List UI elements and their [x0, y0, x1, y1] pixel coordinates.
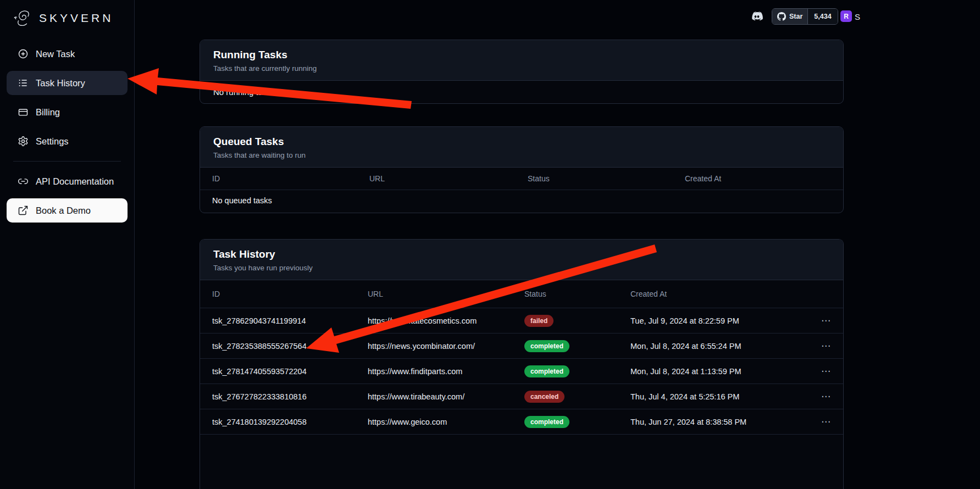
list-icon — [18, 77, 29, 88]
column-header-id: ID — [212, 290, 368, 298]
sidebar-item-task-history[interactable]: Task History — [7, 71, 128, 95]
table-row[interactable]: tsk_278235388555267564 https://news.ycom… — [200, 333, 843, 358]
table-row[interactable]: tsk_278147405593572204 https://www.findi… — [200, 358, 843, 384]
github-star-button[interactable]: Star 5,434 — [772, 8, 838, 25]
sidebar-item-label: API Documentation — [36, 176, 114, 187]
sidebar-divider — [13, 161, 121, 162]
task-created-at: Mon, Jul 8, 2024 at 1:13:59 PM — [630, 367, 809, 376]
table-row[interactable]: tsk_276727822333810816 https://www.tirab… — [200, 384, 843, 409]
column-header-status: Status — [528, 174, 685, 183]
queued-tasks-card: Queued Tasks Tasks that are waiting to r… — [200, 126, 844, 213]
github-star-label: Star — [789, 13, 802, 20]
table-row[interactable]: tsk_278629043741199914 https://www.tatec… — [200, 308, 843, 333]
gear-icon — [18, 136, 29, 147]
task-history-card: Task History Tasks you have run previous… — [200, 239, 844, 489]
status-badge: failed — [524, 315, 553, 327]
sidebar-item-settings[interactable]: Settings — [7, 129, 128, 153]
task-history-subtitle: Tasks you have run previously — [213, 264, 830, 272]
sidebar-nav: New Task Task History Billing Settings — [0, 38, 134, 223]
row-actions-button[interactable]: ⋯ — [809, 416, 831, 427]
queued-tasks-title: Queued Tasks — [213, 136, 830, 148]
row-actions-button[interactable]: ⋯ — [809, 391, 831, 402]
user-name: S — [855, 12, 860, 21]
brand[interactable]: SKYVERN — [0, 0, 134, 38]
task-history-title: Task History — [213, 248, 830, 260]
row-actions-button[interactable]: ⋯ — [809, 365, 831, 377]
github-star-count: 5,434 — [807, 9, 837, 24]
sidebar-item-book-a-demo[interactable]: Book a Demo — [7, 198, 128, 223]
task-created-at: Tue, Jul 9, 2024 at 8:22:59 PM — [630, 316, 809, 325]
sidebar-item-label: Settings — [36, 136, 69, 147]
task-history-header: Task History Tasks you have run previous… — [200, 240, 843, 280]
task-url: https://www.tatecosmetics.com — [368, 316, 524, 325]
user-avatar[interactable]: R — [840, 10, 852, 22]
status-badge: completed — [524, 365, 569, 377]
skyvern-logo-icon — [13, 8, 34, 29]
sidebar-item-api-documentation[interactable]: API Documentation — [7, 169, 128, 193]
running-tasks-empty: No running tasks — [200, 81, 843, 103]
sidebar-item-billing[interactable]: Billing — [7, 100, 128, 124]
task-url: https://news.ycombinator.com/ — [368, 342, 524, 351]
queued-table-header: ID URL Status Created At — [200, 168, 843, 190]
column-header-url: URL — [369, 174, 528, 183]
task-created-at: Thu, Jun 27, 2024 at 8:38:58 PM — [630, 418, 809, 426]
status-badge: completed — [524, 416, 569, 428]
github-star-left: Star — [772, 9, 807, 24]
running-tasks-header: Running Tasks Tasks that are currently r… — [200, 40, 843, 81]
link-icon — [18, 176, 29, 187]
sidebar-item-label: New Task — [36, 49, 75, 59]
task-url: https://www.tirabeauty.com/ — [368, 392, 524, 401]
task-id: tsk_278629043741199914 — [212, 316, 368, 325]
credit-card-icon — [18, 107, 29, 118]
task-id: tsk_274180139292204058 — [212, 418, 368, 426]
sidebar-item-label: Book a Demo — [36, 205, 91, 216]
task-created-at: Thu, Jul 4, 2024 at 5:25:16 PM — [630, 392, 809, 401]
task-id: tsk_278147405593572204 — [212, 367, 368, 376]
sidebar-item-label: Billing — [36, 107, 60, 118]
running-tasks-subtitle: Tasks that are currently running — [213, 64, 830, 73]
sidebar: SKYVERN New Task Task History Billing — [0, 0, 135, 489]
running-tasks-card: Running Tasks Tasks that are currently r… — [200, 40, 844, 104]
queued-tasks-header: Queued Tasks Tasks that are waiting to r… — [200, 127, 843, 168]
table-row-partial — [200, 434, 843, 489]
discord-icon — [749, 9, 765, 24]
task-id: tsk_278235388555267564 — [212, 342, 368, 351]
running-tasks-title: Running Tasks — [213, 49, 830, 61]
status-badge: canceled — [524, 391, 564, 403]
sidebar-item-label: Task History — [36, 78, 85, 88]
column-header-status: Status — [524, 290, 630, 298]
task-created-at: Mon, Jul 8, 2024 at 6:55:24 PM — [630, 342, 809, 351]
sidebar-item-new-task[interactable]: New Task — [7, 42, 128, 66]
column-header-created-at: Created At — [630, 290, 809, 298]
status-badge: completed — [524, 340, 569, 352]
queued-tasks-subtitle: Tasks that are waiting to run — [213, 151, 830, 159]
column-header-created-at: Created At — [685, 174, 831, 183]
column-header-id: ID — [212, 174, 369, 183]
task-id: tsk_276727822333810816 — [212, 392, 368, 401]
task-url: https://www.finditparts.com — [368, 367, 524, 376]
task-url: https://www.geico.com — [368, 418, 524, 426]
plus-circle-icon — [18, 48, 29, 59]
history-table-header: ID URL Status Created At — [200, 280, 843, 308]
brand-name: SKYVERN — [39, 12, 113, 25]
table-row[interactable]: tsk_274180139292204058 https://www.geico… — [200, 409, 843, 434]
queued-tasks-empty: No queued tasks — [200, 190, 843, 213]
row-actions-button[interactable]: ⋯ — [809, 340, 831, 352]
row-actions-button[interactable]: ⋯ — [809, 315, 831, 326]
column-header-url: URL — [368, 290, 524, 298]
external-link-icon — [18, 205, 29, 216]
discord-button[interactable] — [749, 9, 765, 24]
github-icon — [777, 12, 786, 21]
